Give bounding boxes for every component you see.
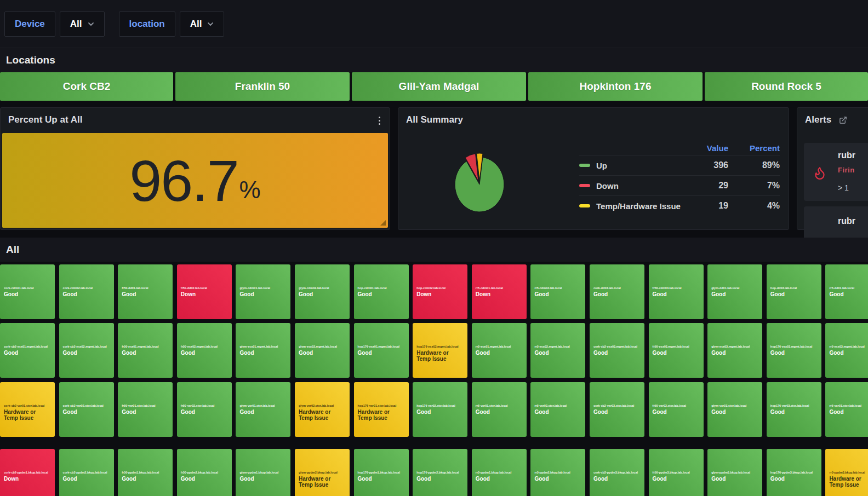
panel-title-all-summary[interactable]: All Summary: [398, 108, 789, 132]
device-status: Good: [181, 409, 225, 415]
device-tile[interactable]: hop176-ppdm1.bkup.lab.localGood: [354, 449, 409, 496]
variable-label-location[interactable]: location: [119, 11, 175, 37]
device-tile[interactable]: glym-ppdm1.bkup.lab.localGood: [236, 449, 290, 496]
device-tile[interactable]: rr5-vxr01.stor.lab.localGood: [472, 382, 527, 437]
device-status: Hardware or Temp Issue: [358, 409, 402, 421]
device-tile[interactable]: cork-cb2-esx02.mgmt.lab.localGood: [59, 323, 114, 378]
device-hostname: rr5-vxr03.stor.lab.local: [829, 404, 868, 408]
alert-item[interactable]: rubr Firin > 1: [804, 143, 868, 201]
chevron-down-icon: [207, 21, 214, 27]
location-button-cork-cb2[interactable]: Cork CB2: [0, 72, 173, 101]
device-tile[interactable]: hop-dd03.lab.localGood: [767, 264, 821, 319]
device-tile[interactable]: fr50-vxr02.stor.lab.localGood: [177, 382, 232, 437]
device-status: Good: [122, 409, 165, 415]
device-tile[interactable]: cork-cb2-esx03.mgmt.lab.localGood: [590, 323, 644, 378]
row-header-all[interactable]: All: [0, 238, 868, 262]
row-header-locations[interactable]: Locations: [0, 48, 868, 72]
device-hostname: hop176-vxr01.stor.lab.local: [358, 404, 406, 408]
device-tile[interactable]: glym-esx02.mgmt.lab.localGood: [295, 323, 350, 378]
device-tile[interactable]: rr5-vxr03.stor.lab.localGood: [825, 382, 868, 437]
device-tile[interactable]: hop176-ppdm3.bkup.lab.localGood: [767, 449, 821, 496]
device-tile[interactable]: fr50-esx01.mgmt.lab.localGood: [118, 323, 173, 378]
device-tile[interactable]: glym-vxr01.stor.lab.localGood: [236, 382, 290, 437]
device-tile[interactable]: cork-cb2-ppdm2.bkup.lab.localGood: [59, 449, 114, 496]
device-tile[interactable]: hop-cdm01.lab.localGood: [354, 264, 409, 319]
device-tile[interactable]: rr5-esx02.mgmt.lab.localGood: [530, 323, 585, 378]
device-tile[interactable]: rr5-ppdm3.bkup.lab.localHardware or Temp…: [825, 449, 868, 496]
legend-row[interactable]: Down297%: [579, 175, 780, 195]
device-tile[interactable]: rr5-ppdm1.bkup.lab.localGood: [472, 449, 527, 496]
device-tile[interactable]: rr5-cdm02.lab.localGood: [530, 264, 585, 319]
legend-header: Value Percent: [579, 141, 780, 155]
device-tile[interactable]: fr50-ppdm3.bkup.lab.localGood: [649, 449, 704, 496]
legend-value: 19: [684, 201, 728, 211]
stat-value: 96.7: [129, 152, 238, 210]
device-status: Good: [181, 476, 225, 482]
external-link-icon[interactable]: [839, 116, 847, 124]
device-status: Good: [299, 350, 342, 356]
device-tile[interactable]: fr50-esx03.mgmt.lab.localGood: [649, 323, 704, 378]
device-tile[interactable]: fr50-ppdm2.bkup.lab.localGood: [177, 449, 232, 496]
device-tile[interactable]: rr5-esx03.mgmt.lab.localGood: [825, 323, 868, 378]
device-tile[interactable]: rr5-vxr02.stor.lab.localGood: [530, 382, 585, 437]
device-hostname: rr5-esx03.mgmt.lab.local: [829, 345, 868, 349]
device-tile[interactable]: cork-cdm02.lab.localGood: [59, 264, 114, 319]
device-tile[interactable]: hop176-esx03.mgmt.lab.localGood: [767, 323, 821, 378]
panel-title-alerts[interactable]: Alerts: [805, 114, 831, 125]
device-tile[interactable]: cork-cb2-vxr02.stor.lab.localGood: [59, 382, 114, 437]
device-tile[interactable]: cork-cb2-ppdm3.bkup.lab.localGood: [590, 449, 644, 496]
device-tile[interactable]: glym-cdm01.lab.localGood: [236, 264, 290, 319]
legend-percent: 7%: [728, 181, 780, 191]
device-tile[interactable]: glym-dd01.lab.localGood: [707, 264, 762, 319]
device-tile[interactable]: glym-ppdm3.bkup.lab.localGood: [707, 449, 762, 496]
device-tile[interactable]: cork-dd03.lab.localGood: [590, 264, 644, 319]
panel-title-percent-up[interactable]: Percent Up at All: [1, 108, 390, 132]
panel-resize-handle[interactable]: [380, 220, 386, 226]
device-tile[interactable]: fr50-vxr03.stor.lab.localGood: [649, 382, 704, 437]
device-tile[interactable]: cork-cb2-esx01.mgmt.lab.localGood: [0, 323, 55, 378]
legend-row[interactable]: Temp/Hardware Issue194%: [579, 195, 780, 216]
device-tile[interactable]: hop-cdm02.lab.localDown: [413, 264, 467, 319]
device-tile[interactable]: fr50-esx02.mgmt.lab.localGood: [177, 323, 232, 378]
location-button-glil-yam-madgal[interactable]: Glil-Yam Madgal: [352, 72, 526, 101]
device-tile[interactable]: hop176-vxr01.stor.lab.localHardware or T…: [354, 382, 409, 437]
device-tile[interactable]: cork-cb2-vxr03.stor.lab.localGood: [590, 382, 644, 437]
device-tile[interactable]: rr5-ppdm2.bkup.lab.localGood: [530, 449, 585, 496]
device-status: Good: [239, 409, 283, 415]
device-tile[interactable]: rr5-cdm01.lab.localDown: [472, 264, 527, 319]
device-tile[interactable]: rr5-esx01.mgmt.lab.localGood: [472, 323, 527, 378]
device-tile[interactable]: fr50-dd02.lab.localDown: [177, 264, 232, 319]
device-status: Hardware or Temp Issue: [829, 476, 868, 488]
legend-row[interactable]: Up39689%: [579, 155, 780, 175]
variable-dropdown-location[interactable]: All: [180, 11, 225, 37]
device-tile[interactable]: hop176-vxr02.stor.lab.localGood: [413, 382, 467, 437]
panel-menu-icon[interactable]: [374, 114, 384, 126]
location-button-franklin-50[interactable]: Franklin 50: [175, 72, 350, 101]
device-tile[interactable]: fr50-dd01.lab.localGood: [118, 264, 173, 319]
device-tile[interactable]: cork-cb2-vxr01.stor.lab.localHardware or…: [0, 382, 55, 437]
variable-label-device[interactable]: Device: [4, 11, 55, 37]
device-tile[interactable]: cork-cb2-ppdm1.bkup.lab.localDown: [0, 449, 55, 496]
device-tile[interactable]: hop176-esx01.mgmt.lab.localGood: [354, 323, 409, 378]
device-tile[interactable]: glym-ppdm2.bkup.lab.localHardware or Tem…: [295, 449, 350, 496]
device-tile[interactable]: glym-esx03.mgmt.lab.localGood: [707, 323, 762, 378]
device-hostname: hop-cdm01.lab.local: [358, 286, 406, 290]
device-tile[interactable]: glym-cdm02.lab.localGood: [295, 264, 350, 319]
device-tile[interactable]: cork-cdm01.lab.localGood: [0, 264, 55, 319]
device-tile[interactable]: glym-vxr03.stor.lab.localGood: [707, 382, 762, 437]
location-button-round-rock-5[interactable]: Round Rock 5: [705, 72, 868, 101]
device-tile[interactable]: fr50-vxr01.stor.lab.localGood: [118, 382, 173, 437]
device-tile[interactable]: fr50-cdm03.lab.localGood: [649, 264, 704, 319]
device-status: Good: [181, 350, 225, 356]
variable-dropdown-device[interactable]: All: [60, 11, 105, 37]
device-hostname: cork-cb2-esx01.mgmt.lab.local: [4, 345, 52, 349]
device-tile[interactable]: rr5-dd01.lab.localGood: [825, 264, 868, 319]
alert-name: rubr: [838, 216, 855, 226]
location-button-hopkinton-176[interactable]: Hopkinton 176: [528, 72, 703, 101]
device-tile[interactable]: hop176-esx02.mgmt.lab.localHardware or T…: [413, 323, 467, 378]
device-tile[interactable]: hop176-ppdm2.bkup.lab.localGood: [413, 449, 467, 496]
device-tile[interactable]: glym-vxr02.stor.lab.localHardware or Tem…: [295, 382, 350, 437]
device-tile[interactable]: fr50-ppdm1.bkup.lab.localGood: [118, 449, 173, 496]
device-tile[interactable]: hop176-vxr03.stor.lab.localGood: [767, 382, 821, 437]
device-tile[interactable]: glym-esx01.mgmt.lab.localGood: [236, 323, 290, 378]
